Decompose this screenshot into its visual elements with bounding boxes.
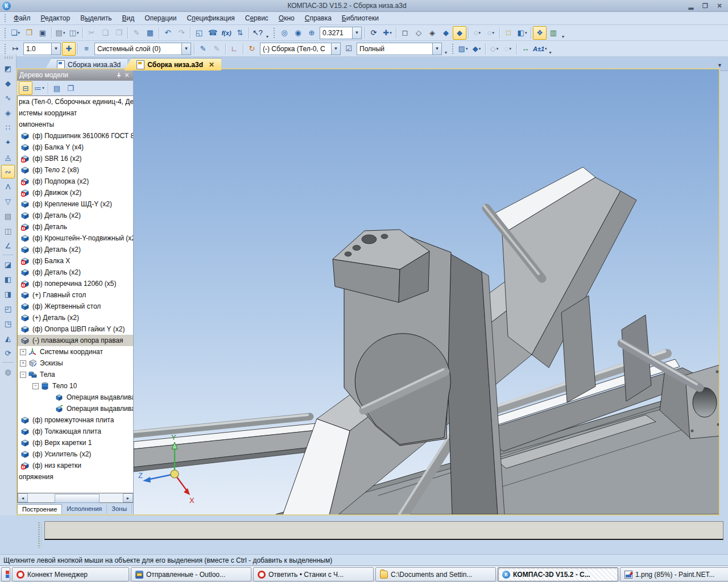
wireframe-mode-button[interactable]: ◻	[398, 26, 412, 40]
toolbar-grip[interactable]	[451, 43, 454, 55]
panel-direct-edit-button[interactable]: ✦	[1, 135, 15, 149]
taskbar-button[interactable]: Отправленные - Outloo...	[131, 567, 251, 581]
redo-button[interactable]: ↷	[175, 26, 188, 40]
tree-expand-icon[interactable]: +	[20, 349, 26, 355]
zoom-by-frame-button[interactable]: ◎	[278, 26, 291, 40]
compact-panel-grip[interactable]	[3, 56, 13, 59]
fill-style-button[interactable]: ◇▾	[487, 42, 501, 56]
tree-item[interactable]: (ф) Кронштейн-Y-подвижный (x2)	[18, 232, 133, 244]
dropdown-icon[interactable]: ▼	[181, 43, 191, 55]
tree-relations-button[interactable]: ▤	[50, 81, 64, 95]
tree-item[interactable]: (ф) Подшипник 36100К6 ГОСТ 831-	[18, 130, 133, 142]
auto-dimension-button[interactable]: ↔	[519, 42, 532, 56]
print-preview-button[interactable]: ◫▾	[67, 26, 81, 40]
scroll-right-icon[interactable]: ►	[123, 493, 133, 502]
tree-item[interactable]: (ф) поперечина 12060 (x5)	[18, 278, 133, 289]
snaps-button[interactable]: ✚	[62, 42, 76, 56]
panel-reports-button[interactable]: ◫	[1, 224, 15, 238]
panel-rotate-button[interactable]: ⟳	[1, 346, 15, 360]
dropdown-icon[interactable]: ▼	[432, 43, 441, 55]
tree-item[interactable]: омпоненты	[18, 119, 133, 130]
zoom-in-out-button[interactable]: ⊕	[305, 26, 318, 40]
tree-item[interactable]: Операция выдавливания	[18, 403, 133, 414]
tree-item[interactable]: (ф) Опопра ШВП гайки Y (x2)	[18, 323, 133, 335]
dropdown-icon[interactable]: ▼	[51, 43, 60, 55]
tree-item[interactable]: Операция выдавливания	[18, 392, 133, 403]
save-button[interactable]: ▣	[36, 26, 49, 40]
shaded-edges-mode-button[interactable]: ◆	[453, 26, 466, 40]
tree-item[interactable]: (ф) Балка X	[18, 255, 133, 267]
toolbar-overflow-icon[interactable]: ▾	[560, 34, 566, 40]
tree-item[interactable]: (ф) Толкающая плита	[18, 426, 133, 437]
sketch-place-button[interactable]: ✎	[210, 42, 224, 56]
panel-plane-4-button[interactable]: ◰	[1, 302, 15, 315]
toolbar-grip[interactable]	[3, 43, 6, 55]
taskbar-button[interactable]: Ответить • Станки с Ч...	[253, 567, 374, 581]
new-document-button[interactable]: ❏▾	[9, 26, 22, 40]
tree-item[interactable]: опряжения	[18, 471, 133, 483]
menu-grip[interactable]	[3, 13, 6, 23]
menu-справка[interactable]: Справка	[300, 13, 337, 23]
display-combo[interactable]: Полный▼	[357, 43, 442, 55]
fx-button[interactable]: f(x)	[220, 26, 233, 40]
tolerance-button[interactable]: A±1▾	[532, 42, 548, 56]
toolbar-overflow-icon[interactable]: ▾	[264, 34, 270, 40]
layers-button[interactable]: ≡	[80, 42, 93, 56]
menu-окно[interactable]: Окно	[274, 13, 300, 23]
dropdown-icon[interactable]: ▾	[18, 31, 20, 35]
panel-body-2-button[interactable]: ◭	[1, 331, 15, 345]
dropdown-icon[interactable]: ▾	[77, 31, 79, 35]
panel-curves-button[interactable]: ∿	[1, 91, 15, 105]
undo-button[interactable]: ↶	[161, 26, 175, 40]
layer-combo[interactable]: Системный слой (0)▼	[94, 43, 191, 55]
coordinate-system-button[interactable]: ∟	[228, 42, 241, 56]
dropdown-icon[interactable]: ▾	[466, 47, 468, 51]
object-list-button[interactable]: ☑	[342, 42, 355, 56]
component-combo[interactable]: (-) Сборка (Тел-0, С▼	[260, 43, 341, 55]
menu-файл[interactable]: Файл	[9, 13, 36, 23]
taskbar-button[interactable]: Коннект Менеджер	[12, 567, 129, 581]
tree-item[interactable]: −Тело 10	[18, 380, 133, 392]
local-frame-button[interactable]: □	[502, 26, 515, 40]
kompas-master-button[interactable]: ☎	[206, 26, 220, 40]
tree-item[interactable]: (ф) Тело 2 (x8)	[18, 164, 133, 176]
tree-item[interactable]: (ф) Движок (x2)	[18, 187, 133, 198]
panel-aux-geometry-button[interactable]: ◈	[1, 106, 15, 119]
exchange-button[interactable]: ⇅	[233, 26, 247, 40]
dropdown-icon[interactable]: ▾	[493, 31, 495, 35]
scrollbar-thumb[interactable]	[55, 494, 100, 503]
scale-combo[interactable]: 0.3271▼	[320, 27, 362, 39]
app-icon[interactable]: К	[2, 2, 11, 10]
zoom-selection-button[interactable]: ◉	[291, 26, 305, 40]
tree-item[interactable]: +Системы координат	[18, 346, 133, 357]
fill-button[interactable]: ◆▾	[470, 42, 483, 56]
tree-item[interactable]: (ф) Подпорка (x2)	[18, 176, 133, 187]
panel-plane-1-button[interactable]: ◪	[1, 257, 15, 271]
scroll-left-icon[interactable]: ◄	[18, 493, 28, 502]
tab-close-icon[interactable]: ✕	[209, 61, 214, 69]
menu-выделить[interactable]: Выделить	[75, 13, 117, 23]
fill-color-button[interactable]: ◌▾	[501, 42, 515, 56]
panel-surfaces-button[interactable]: ◆	[1, 76, 15, 90]
panel-specification-button[interactable]: ▤	[1, 209, 15, 223]
menu-сервис[interactable]: Сервис	[240, 13, 274, 23]
orientation-button[interactable]: ◧▾	[515, 26, 529, 40]
tree-item[interactable]: (ф) Верх каретки 1	[18, 437, 133, 448]
tree-item[interactable]: (ф) низ каретки	[18, 460, 133, 471]
panel-measure-button[interactable]: Λ	[1, 180, 15, 193]
tree-item[interactable]: (-) плавающая опора правая	[18, 335, 133, 346]
shaded-mode-button[interactable]: ◆	[439, 26, 453, 40]
panel-solid-modeling-button[interactable]: ◩	[1, 61, 15, 75]
dropdown-icon[interactable]: ▾	[525, 31, 527, 35]
open-button[interactable]: ❐	[22, 26, 36, 40]
tree-item[interactable]: рка (Тел-0, Сборочных единиц-4, Де	[18, 96, 133, 107]
taskbar-button[interactable]: C:\Documents and Settin...	[375, 567, 496, 581]
toolbar-overflow-icon[interactable]: ▾	[548, 50, 553, 56]
tree-item[interactable]: −Тела	[18, 369, 133, 380]
tree-expand-icon[interactable]: +	[20, 360, 26, 367]
toolbar-grip[interactable]	[3, 27, 6, 39]
dropdown-icon[interactable]: ▾	[510, 47, 512, 51]
panel-collections-button[interactable]: ∾	[1, 165, 15, 178]
edit-component-button[interactable]: ↻	[245, 42, 259, 56]
hidden-removed-mode-button[interactable]: ◇	[412, 26, 425, 40]
